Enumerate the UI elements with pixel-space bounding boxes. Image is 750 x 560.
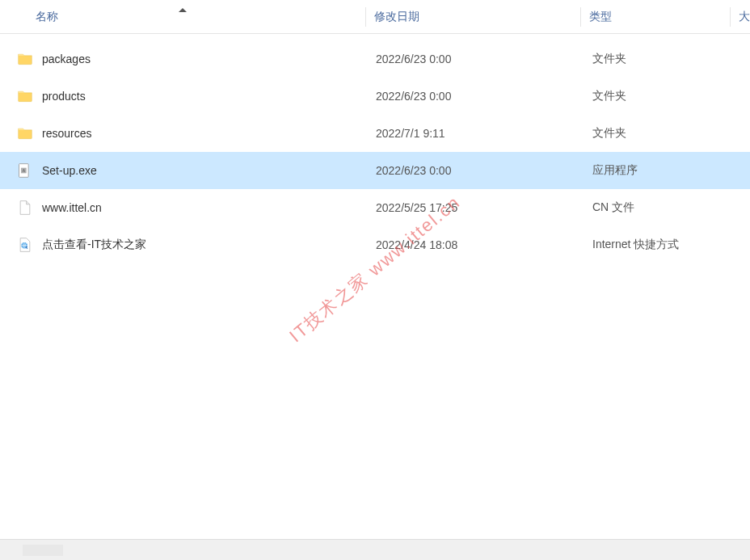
exe-icon: A (16, 162, 34, 179)
status-bar (0, 539, 750, 560)
file-name-cell[interactable]: products (0, 87, 368, 105)
column-header-date-label: 修改日期 (374, 10, 419, 23)
folder-icon (16, 50, 34, 68)
file-date-cell: 2022/6/23 0:00 (368, 90, 584, 103)
file-row[interactable]: ASet-up.exe2022/6/23 0:00应用程序 (0, 152, 750, 189)
file-name-cell[interactable]: www.ittel.cn (0, 199, 368, 217)
file-name-label: www.ittel.cn (42, 201, 102, 214)
file-name-label: resources (42, 127, 91, 140)
file-list: packages2022/6/23 0:00文件夹products2022/6/… (0, 34, 750, 263)
file-date-cell: 2022/6/23 0:00 (368, 164, 584, 177)
file-type-cell: Internet 快捷方式 (584, 238, 734, 252)
column-header-name[interactable]: 名称 (0, 10, 365, 24)
file-row[interactable]: products2022/6/23 0:00文件夹 (0, 78, 750, 115)
folder-icon (16, 87, 34, 105)
file-row[interactable]: resources2022/7/1 9:11文件夹 (0, 115, 750, 152)
file-row[interactable]: 点击查看-IT技术之家2022/4/24 18:08Internet 快捷方式 (0, 226, 750, 263)
file-name-cell[interactable]: packages (0, 50, 368, 68)
file-row[interactable]: packages2022/6/23 0:00文件夹 (0, 40, 750, 78)
url-icon (16, 236, 34, 254)
file-name-label: products (42, 90, 86, 103)
file-name-label: 点击查看-IT技术之家 (42, 238, 146, 252)
column-header-date[interactable]: 修改日期 (366, 10, 581, 24)
file-name-cell[interactable]: ASet-up.exe (0, 162, 368, 179)
file-name-cell[interactable]: 点击查看-IT技术之家 (0, 236, 368, 254)
column-header-type-label: 类型 (589, 10, 612, 23)
file-name-label: packages (42, 53, 91, 65)
column-header-size[interactable]: 大 (731, 10, 750, 24)
file-date-cell: 2022/4/24 18:08 (368, 238, 584, 251)
file-name-label: Set-up.exe (42, 164, 97, 177)
file-name-cell[interactable]: resources (0, 124, 368, 142)
column-header-type[interactable]: 类型 (581, 10, 730, 24)
file-row[interactable]: www.ittel.cn2022/5/25 17:25CN 文件 (0, 189, 750, 226)
file-type-cell: 应用程序 (584, 163, 734, 178)
file-date-cell: 2022/7/1 9:11 (368, 127, 584, 140)
column-header-row: 名称 修改日期 类型 大 (0, 0, 750, 34)
file-type-cell: 文件夹 (584, 52, 734, 66)
sort-ascending-icon (179, 8, 187, 12)
status-segment (23, 545, 63, 556)
file-type-cell: 文件夹 (584, 126, 734, 141)
file-type-cell: 文件夹 (584, 89, 734, 103)
file-date-cell: 2022/5/25 17:25 (368, 201, 584, 214)
file-type-cell: CN 文件 (584, 200, 734, 215)
file-date-cell: 2022/6/23 0:00 (368, 53, 584, 65)
column-header-size-label: 大 (739, 10, 750, 23)
folder-icon (16, 124, 34, 142)
column-header-name-label: 名称 (36, 10, 58, 24)
file-icon (16, 199, 34, 217)
